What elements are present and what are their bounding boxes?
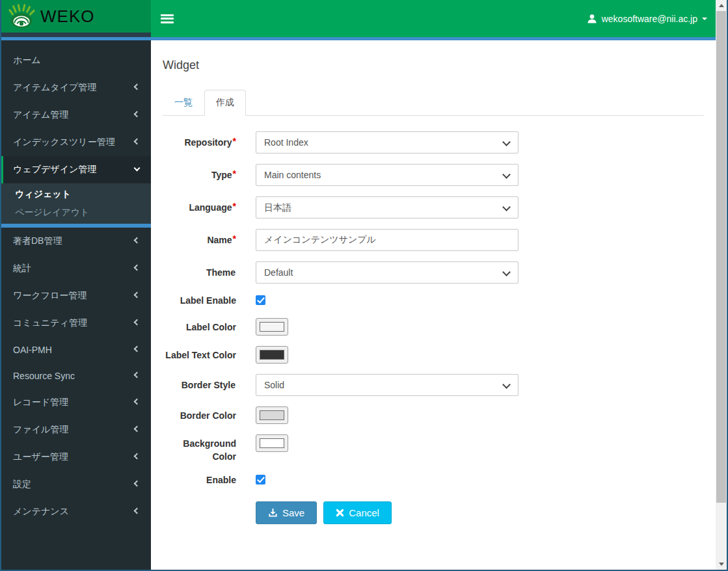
chevron-down-icon	[134, 165, 141, 172]
cancel-button[interactable]: Cancel	[323, 501, 392, 524]
type-select[interactable]: Main contents	[256, 164, 519, 186]
triangle-down-icon	[719, 563, 724, 568]
border-style-select[interactable]: Solid	[256, 374, 519, 396]
label-enable-checkbox[interactable]	[256, 295, 265, 305]
label-color-label: Label Color	[163, 318, 236, 334]
page-title: Widget	[163, 59, 704, 72]
sidebar-nav: ホーム アイテムタイプ管理 アイテム管理 インデックスツリー管理 ウェブデザイン…	[1, 40, 151, 570]
border-style-label: Border Style	[163, 374, 236, 392]
chevron-left-icon	[134, 84, 141, 90]
chevron-left-icon	[134, 453, 141, 460]
chevron-left-icon	[134, 139, 141, 145]
sidebar-item-itemtype-management[interactable]: アイテムタイプ管理	[1, 74, 151, 101]
page: WEKO wekosoftware@nii.ac.jp	[1, 0, 716, 570]
sidebar-item-settings[interactable]: 設定	[1, 471, 151, 498]
tab-list[interactable]: 一覧	[163, 90, 204, 116]
required-mark: *	[233, 136, 236, 146]
form-actions: Save Cancel	[256, 501, 704, 524]
required-mark: *	[233, 233, 236, 244]
sidebar-item-item-management[interactable]: アイテム管理	[1, 101, 151, 129]
background-color-swatch	[260, 438, 284, 448]
chevron-left-icon	[134, 346, 141, 352]
vertical-scrollbar[interactable]	[716, 0, 727, 570]
chevron-left-icon	[134, 508, 141, 514]
hamburger-icon[interactable]	[161, 14, 174, 23]
type-field-row: Type* Main contents	[163, 164, 704, 186]
border-color-label: Border Color	[163, 406, 236, 422]
user-email: wekosoftware@nii.ac.jp	[602, 14, 697, 24]
label-text-color-swatch	[260, 350, 284, 360]
sidebar-subitem-widget[interactable]: ウィジェット	[1, 185, 151, 204]
repository-field-row: Repository* Root Index	[163, 131, 704, 153]
logo-text: WEKO	[40, 7, 94, 27]
repository-select[interactable]: Root Index	[256, 131, 519, 153]
weko-logo-icon	[7, 3, 36, 29]
app-logo[interactable]: WEKO	[1, 0, 151, 33]
border-color-swatch	[260, 410, 284, 420]
border-style-field-row: Border Style Solid	[163, 374, 704, 396]
label-text-color-picker[interactable]	[256, 346, 288, 364]
label-enable-label: Label Enable	[163, 294, 236, 307]
sidebar-item-workflow-management[interactable]: ワークフロー管理	[1, 282, 151, 310]
sidebar-item-statistics[interactable]: 統計	[1, 255, 151, 282]
border-color-field-row: Border Color	[163, 406, 704, 424]
user-menu[interactable]: wekosoftware@nii.ac.jp	[587, 14, 707, 24]
sidebar-item-resource-sync[interactable]: Resource Sync	[1, 363, 151, 389]
widget-create-form: Repository* Root Index Type*	[163, 131, 704, 524]
type-select-wrap: Main contents	[256, 164, 519, 186]
theme-select[interactable]: Default	[256, 261, 519, 284]
theme-label: Theme	[163, 261, 236, 279]
sidebar-item-file-management[interactable]: ファイル管理	[1, 416, 151, 444]
chevron-left-icon	[134, 426, 141, 432]
chevron-left-icon	[134, 372, 141, 378]
scrollbar-thumb[interactable]	[716, 11, 726, 503]
sidebar-item-maintenance[interactable]: メンテナンス	[1, 498, 151, 525]
label-text-color-label: Label Text Color	[163, 346, 236, 362]
tab-bar: 一覧 作成	[163, 90, 704, 116]
sidebar-item-home[interactable]: ホーム	[1, 47, 151, 74]
theme-field-row: Theme Default	[163, 261, 704, 284]
download-icon	[268, 508, 278, 518]
required-mark: *	[233, 168, 236, 179]
sidebar-item-user-management[interactable]: ユーザー管理	[1, 444, 151, 471]
logo-zone: WEKO	[1, 0, 151, 37]
border-style-select-wrap: Solid	[256, 374, 519, 396]
scroll-up-button[interactable]	[716, 0, 727, 11]
background-color-label: Background Color	[163, 434, 236, 463]
label-text-color-field-row: Label Text Color	[163, 346, 704, 364]
language-select[interactable]: 日本語	[256, 196, 519, 219]
tab-create[interactable]: 作成	[204, 90, 246, 116]
caret-down-icon	[702, 18, 707, 23]
sidebar-item-authordb-management[interactable]: 著者DB管理	[1, 228, 151, 255]
background-color-picker[interactable]	[256, 434, 288, 452]
webdesign-submenu: ウィジェット ページレイアウト	[1, 183, 151, 224]
scroll-down-button[interactable]	[716, 559, 727, 570]
enable-field-row: Enable	[163, 473, 704, 487]
x-icon	[336, 509, 344, 517]
sidebar-subitem-page-layout[interactable]: ページレイアウト	[1, 204, 151, 222]
name-input[interactable]	[256, 229, 519, 251]
save-button[interactable]: Save	[256, 501, 317, 524]
sidebar-item-record-management[interactable]: レコード管理	[1, 389, 151, 416]
sidebar-item-webdesign-management[interactable]: ウェブデザイン管理	[1, 156, 151, 183]
sidebar-item-community-management[interactable]: コミュニティ管理	[1, 310, 151, 337]
chevron-left-icon	[134, 111, 141, 118]
header: WEKO wekosoftware@nii.ac.jp	[1, 0, 716, 37]
browser-window: WEKO wekosoftware@nii.ac.jp	[0, 0, 728, 571]
enable-checkbox[interactable]	[256, 475, 265, 485]
label-color-field-row: Label Color	[163, 318, 704, 336]
chevron-left-icon	[134, 319, 141, 326]
repository-select-wrap: Root Index	[256, 131, 519, 153]
name-label: Name*	[163, 229, 236, 246]
sidebar-top-strip	[1, 33, 151, 37]
border-color-picker[interactable]	[256, 406, 288, 424]
chevron-left-icon	[134, 237, 141, 244]
triangle-up-icon	[719, 1, 724, 7]
chevron-left-icon	[134, 265, 141, 271]
label-color-picker[interactable]	[256, 318, 288, 336]
background-color-field-row: Background Color	[163, 434, 704, 463]
type-label: Type*	[163, 164, 236, 181]
language-field-row: Language* 日本語	[163, 196, 704, 219]
sidebar-item-oai-pmh[interactable]: OAI-PMH	[1, 337, 151, 363]
sidebar-item-indextree-management[interactable]: インデックスツリー管理	[1, 129, 151, 156]
